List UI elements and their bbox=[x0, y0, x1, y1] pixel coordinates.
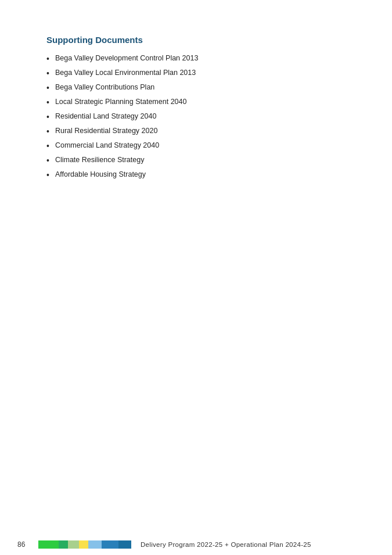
color-segment bbox=[38, 540, 59, 549]
list-item: Climate Resilience Strategy bbox=[46, 155, 346, 167]
bullet-list: Bega Valley Development Control Plan 201… bbox=[46, 53, 346, 181]
color-segment bbox=[68, 540, 79, 549]
color-segment bbox=[88, 540, 101, 549]
list-item: Commercial Land Strategy 2040 bbox=[46, 140, 346, 152]
color-segment bbox=[102, 540, 118, 549]
footer-document-title: Delivery Program 2022-25 + Operational P… bbox=[141, 541, 311, 548]
list-item: Affordable Housing Strategy bbox=[46, 169, 346, 181]
list-item: Local Strategic Planning Statement 2040 bbox=[46, 96, 346, 109]
footer-page-number: 86 bbox=[17, 540, 29, 549]
list-item: Residential Land Strategy 2040 bbox=[46, 111, 346, 123]
page-content: Supporting Documents Bega Valley Develop… bbox=[0, 0, 392, 181]
list-item: Bega Valley Contributions Plan bbox=[46, 82, 346, 94]
list-item: Bega Valley Development Control Plan 201… bbox=[46, 53, 346, 65]
footer: 86 Delivery Program 2022-25 + Operationa… bbox=[0, 534, 392, 555]
section-title: Supporting Documents bbox=[46, 35, 346, 45]
list-item: Rural Residential Strategy 2020 bbox=[46, 126, 346, 138]
color-segment bbox=[79, 540, 88, 549]
list-item: Bega Valley Local Environmental Plan 201… bbox=[46, 67, 346, 80]
footer-color-bar bbox=[38, 540, 131, 549]
color-segment bbox=[118, 540, 131, 549]
color-segment bbox=[59, 540, 68, 549]
